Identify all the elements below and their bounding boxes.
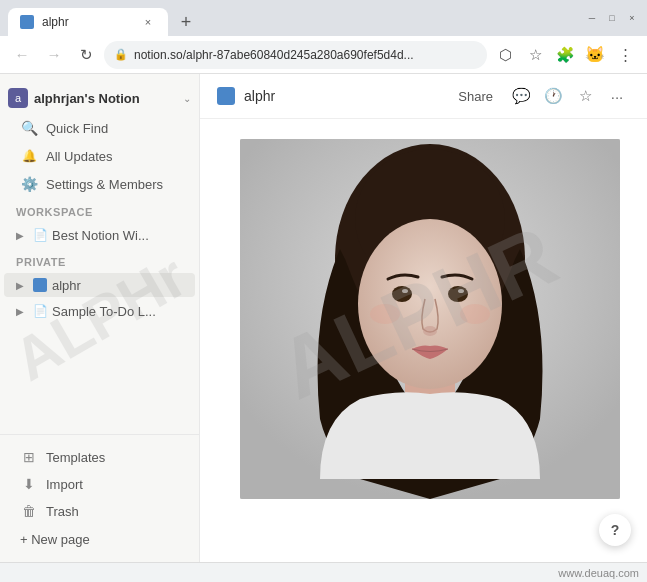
workspace-name: alphrjan's Notion (34, 91, 177, 106)
favorite-button[interactable]: ☆ (571, 82, 599, 110)
toolbar-icons: ⬡ ☆ 🧩 🐱 ⋮ (491, 41, 639, 69)
main-content: alphr Share 💬 🕐 ☆ ··· (200, 74, 647, 562)
sidebar-item-import[interactable]: ⬇ Import (4, 471, 195, 497)
templates-label: Templates (46, 450, 179, 465)
sidebar: a alphrjan's Notion ⌄ 🔍 Quick Find 🔔 All… (0, 74, 200, 562)
page-icon-main (216, 86, 236, 106)
person-portrait-svg: ALPHR (240, 139, 620, 499)
new-tab-button[interactable]: + (172, 8, 200, 36)
url-bar[interactable]: 🔒 notion.so/alphr-87abe60840d245a280a690… (104, 41, 487, 69)
sidebar-bottom: ⊞ Templates ⬇ Import 🗑 Trash (0, 434, 199, 525)
tab-bar: alphr × + (8, 0, 577, 36)
private-section-label: PRIVATE (0, 248, 199, 272)
quick-find-icon: 🔍 (20, 119, 38, 137)
lock-icon: 🔒 (114, 48, 128, 61)
minimize-button[interactable]: ─ (585, 11, 599, 25)
sidebar-item-alphr[interactable]: ▶ alphr (4, 273, 195, 297)
sample-page-icon: 📄 (32, 303, 48, 319)
tab-favicon (20, 15, 34, 29)
share-button[interactable]: Share (448, 85, 503, 108)
expand-arrow-icon: ▶ (12, 227, 28, 243)
settings-icon: ⚙️ (20, 175, 38, 193)
page-body: ALPHR (200, 119, 647, 562)
sidebar-item-all-updates[interactable]: 🔔 All Updates (4, 143, 195, 169)
share-label: Share (458, 89, 493, 104)
url-text: notion.so/alphr-87abe60840d245a280a690fe… (134, 48, 477, 62)
maximize-button[interactable]: □ (605, 11, 619, 25)
share-extensions-icon[interactable]: ⬡ (491, 41, 519, 69)
help-button[interactable]: ? (599, 514, 631, 546)
page-header: alphr Share 💬 🕐 ☆ ··· (200, 74, 647, 119)
all-updates-icon: 🔔 (20, 147, 38, 165)
status-bar: www.deuaq.com (0, 562, 647, 582)
workspace-section-label: WORKSPACE (0, 198, 199, 222)
browser-frame: alphr × + ─ □ × ← → ↻ 🔒 notion.so/alphr-… (0, 0, 647, 582)
workspace-avatar: a (8, 88, 28, 108)
templates-icon: ⊞ (20, 448, 38, 466)
window-controls: ─ □ × (585, 11, 639, 25)
new-page-button[interactable]: + New page (4, 526, 195, 553)
page-actions: Share 💬 🕐 ☆ ··· (448, 82, 631, 110)
extensions-icon[interactable]: 🧩 (551, 41, 579, 69)
sample-expand-arrow-icon: ▶ (12, 303, 28, 319)
trash-label: Trash (46, 504, 179, 519)
bookmark-star-icon[interactable]: ☆ (521, 41, 549, 69)
content-image: ALPHR (240, 139, 620, 499)
status-text: www.deuaq.com (558, 567, 639, 579)
quick-find-label: Quick Find (46, 121, 179, 136)
cat-icon: 🐱 (581, 41, 609, 69)
tab-close-button[interactable]: × (140, 14, 156, 30)
menu-icon[interactable]: ⋮ (611, 41, 639, 69)
settings-label: Settings & Members (46, 177, 179, 192)
best-notion-label: Best Notion Wi... (52, 228, 187, 243)
all-updates-label: All Updates (46, 149, 179, 164)
sidebar-item-best-notion[interactable]: ▶ 📄 Best Notion Wi... (4, 223, 195, 247)
page-icon: 📄 (32, 227, 48, 243)
sidebar-item-templates[interactable]: ⊞ Templates (4, 444, 195, 470)
sidebar-item-settings[interactable]: ⚙️ Settings & Members (4, 171, 195, 197)
page-title: alphr (244, 88, 275, 104)
sample-todo-label: Sample To-Do L... (52, 304, 187, 319)
address-bar: ← → ↻ 🔒 notion.so/alphr-87abe60840d245a2… (0, 36, 647, 74)
comment-button[interactable]: 💬 (507, 82, 535, 110)
title-bar: alphr × + ─ □ × (0, 0, 647, 36)
import-label: Import (46, 477, 179, 492)
back-button[interactable]: ← (8, 41, 36, 69)
more-button[interactable]: ··· (603, 82, 631, 110)
trash-icon: 🗑 (20, 502, 38, 520)
sidebar-item-sample-todo[interactable]: ▶ 📄 Sample To-Do L... (4, 299, 195, 323)
history-button[interactable]: 🕐 (539, 82, 567, 110)
alphr-page-icon (32, 277, 48, 293)
forward-button[interactable]: → (40, 41, 68, 69)
workspace-chevron-icon: ⌄ (183, 93, 191, 104)
browser-content: a alphrjan's Notion ⌄ 🔍 Quick Find 🔔 All… (0, 74, 647, 562)
import-icon: ⬇ (20, 475, 38, 493)
browser-tab[interactable]: alphr × (8, 8, 168, 36)
workspace-header[interactable]: a alphrjan's Notion ⌄ (0, 82, 199, 114)
alphr-label: alphr (52, 278, 187, 293)
tab-title: alphr (42, 15, 132, 29)
refresh-button[interactable]: ↻ (72, 41, 100, 69)
page-title-area: alphr (216, 86, 440, 106)
sidebar-item-quick-find[interactable]: 🔍 Quick Find (4, 115, 195, 141)
alphr-expand-arrow-icon: ▶ (12, 277, 28, 293)
new-page-label: + New page (20, 532, 90, 547)
close-button[interactable]: × (625, 11, 639, 25)
sidebar-item-trash[interactable]: 🗑 Trash (4, 498, 195, 524)
